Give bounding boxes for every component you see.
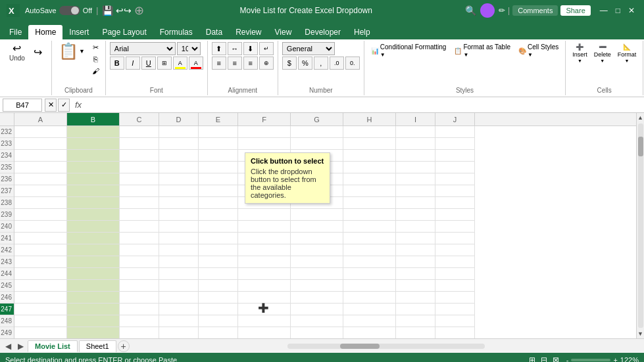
cell-D245[interactable] (159, 280, 199, 292)
zoom-in-btn[interactable]: + (613, 356, 617, 362)
cell-D241[interactable] (159, 233, 199, 244)
cell-G241[interactable] (291, 233, 343, 244)
cell-C234[interactable] (120, 150, 159, 162)
tab-developer[interactable]: Developer (298, 25, 347, 39)
cell-B247[interactable] (67, 304, 120, 315)
cell-A247[interactable] (14, 304, 67, 315)
cell-A245[interactable] (14, 280, 67, 292)
number-format-select[interactable]: General (282, 42, 335, 55)
cell-J241[interactable] (435, 233, 475, 244)
cell-B235[interactable] (67, 162, 120, 173)
cell-J235[interactable] (435, 162, 475, 173)
sheet-tab-sheet1[interactable]: Sheet1 (79, 340, 116, 352)
cell-H245[interactable] (343, 280, 396, 292)
fill-color-button[interactable]: A (173, 57, 187, 70)
share-button[interactable]: Share (560, 5, 590, 16)
cell-J232[interactable] (435, 126, 475, 138)
align-center-button[interactable]: ≡ (228, 57, 242, 70)
cell-D234[interactable] (159, 150, 199, 162)
cut-button[interactable]: ✂ (90, 42, 101, 53)
minimize-btn[interactable]: — (596, 5, 612, 16)
redo-button[interactable]: ↪ (29, 46, 47, 59)
cell-F242[interactable] (238, 244, 291, 256)
formula-input[interactable] (87, 99, 641, 112)
cell-J240[interactable] (435, 221, 475, 233)
copy-button[interactable]: ⎘ (90, 54, 101, 64)
save-icon[interactable]: 💾 (102, 5, 113, 16)
paste-button[interactable]: 📋 ▼ (56, 42, 87, 60)
maximize-btn[interactable]: □ (612, 5, 624, 16)
border-button[interactable]: ⊞ (157, 57, 172, 70)
cell-E236[interactable] (199, 173, 238, 185)
cell-B249[interactable] (67, 327, 120, 338)
cell-F248[interactable] (238, 315, 291, 327)
cell-E240[interactable] (199, 221, 238, 233)
pen-icon[interactable]: ✏ (499, 6, 505, 15)
scroll-track[interactable] (638, 124, 643, 328)
cell-H243[interactable] (343, 256, 396, 268)
cell-B240[interactable] (67, 221, 120, 233)
user-avatar[interactable] (480, 3, 495, 18)
cell-F244[interactable] (238, 268, 291, 280)
cell-E233[interactable] (199, 138, 238, 150)
cell-C232[interactable] (120, 126, 159, 138)
cell-reference-box[interactable] (3, 99, 42, 112)
cell-G248[interactable] (291, 315, 343, 327)
cell-I235[interactable] (396, 162, 435, 173)
cell-C238[interactable] (120, 197, 159, 209)
cell-H249[interactable] (343, 327, 396, 338)
cell-G233[interactable] (291, 138, 343, 150)
cell-J248[interactable] (435, 315, 475, 327)
cell-B238[interactable] (67, 197, 120, 209)
cell-E242[interactable] (199, 244, 238, 256)
cell-H235[interactable] (343, 162, 396, 173)
cell-J242[interactable] (435, 244, 475, 256)
merge-button[interactable]: ⊕ (259, 57, 274, 70)
align-top-button[interactable]: ⬆ (212, 42, 226, 55)
cell-D235[interactable] (159, 162, 199, 173)
cell-B242[interactable] (67, 244, 120, 256)
cell-A236[interactable] (14, 173, 67, 185)
cell-B232[interactable] (67, 126, 120, 138)
cell-J249[interactable] (435, 327, 475, 338)
cell-E235[interactable] (199, 162, 238, 173)
cell-B244[interactable] (67, 268, 120, 280)
format-painter-button[interactable]: 🖌 (90, 66, 101, 76)
sheet-nav-left[interactable]: ◀ (3, 340, 14, 352)
format-button[interactable]: 📐 Format ▼ (615, 42, 639, 64)
cell-E243[interactable] (199, 256, 238, 268)
cell-H233[interactable] (343, 138, 396, 150)
cell-B233[interactable] (67, 138, 120, 150)
cell-B243[interactable] (67, 256, 120, 268)
cell-B236[interactable] (67, 173, 120, 185)
cell-G249[interactable] (291, 327, 343, 338)
align-bottom-button[interactable]: ⬇ (243, 42, 258, 55)
cell-I236[interactable] (396, 173, 435, 185)
cell-E247[interactable] (199, 304, 238, 315)
cell-J238[interactable] (435, 197, 475, 209)
cell-A246[interactable] (14, 292, 67, 304)
format-as-table-button[interactable]: 📋 Format as Table ▼ (451, 42, 513, 59)
close-btn[interactable]: ✕ (624, 5, 639, 16)
cell-C249[interactable] (120, 327, 159, 338)
cell-F249[interactable] (238, 327, 291, 338)
currency-button[interactable]: $ (282, 57, 297, 70)
cell-H236[interactable] (343, 173, 396, 185)
cell-E232[interactable] (199, 126, 238, 138)
cell-A239[interactable] (14, 209, 67, 221)
cell-E237[interactable] (199, 185, 238, 197)
cell-D246[interactable] (159, 292, 199, 304)
cell-D247[interactable] (159, 304, 199, 315)
horizontal-scrollbar-thumb[interactable] (340, 344, 380, 349)
cell-I238[interactable] (396, 197, 435, 209)
cell-J237[interactable] (435, 185, 475, 197)
cell-E234[interactable] (199, 150, 238, 162)
cell-D249[interactable] (159, 327, 199, 338)
cell-G232[interactable] (291, 126, 343, 138)
percent-button[interactable]: % (298, 57, 312, 70)
tab-formulas[interactable]: Formulas (153, 25, 199, 39)
align-right-button[interactable]: ≡ (243, 57, 258, 70)
comments-button[interactable]: Comments (512, 5, 558, 16)
cell-H232[interactable] (343, 126, 396, 138)
cell-J243[interactable] (435, 256, 475, 268)
